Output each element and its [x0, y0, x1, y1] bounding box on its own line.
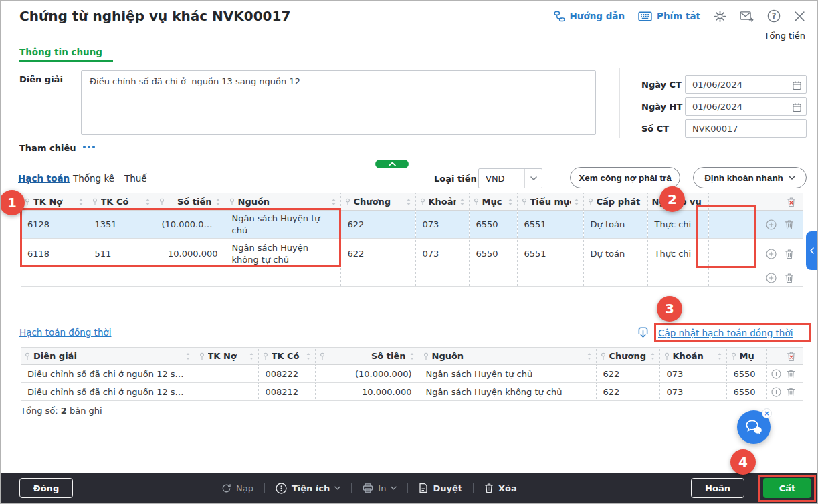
cell-muc[interactable]: 6550 [469, 211, 517, 239]
cell-nguon[interactable]: Ngân sách Huyện tự chủ [419, 365, 596, 383]
tab-accounting[interactable]: Hạch toán [18, 173, 70, 184]
pin-icon[interactable] [229, 198, 235, 206]
close-button[interactable] [794, 11, 805, 22]
sort-icon[interactable] [459, 198, 465, 206]
cell-nguon[interactable]: Ngân sách Huyện không tự chủ [225, 239, 340, 269]
col-header-cap-phat[interactable]: Cấp phát [583, 193, 647, 211]
col-header-khoan[interactable]: Khoản [659, 348, 726, 365]
sort-icon[interactable] [409, 352, 415, 360]
tab-general-info[interactable]: Thông tin chung [19, 47, 102, 57]
cell-nguon[interactable]: Ngân sách Huyện tự chủ [225, 211, 340, 239]
tab-statistics[interactable]: Thống kê [73, 173, 114, 184]
cell-tk-co[interactable]: 008212 [258, 383, 315, 401]
cell-khoan[interactable]: 073 [415, 239, 469, 269]
cell-chuong[interactable]: 622 [596, 383, 659, 401]
cell-khoan[interactable]: 073 [659, 383, 726, 401]
cell-cap-phat[interactable]: Dự toán [583, 239, 647, 269]
sort-icon[interactable] [249, 352, 254, 360]
shortcuts-link[interactable]: Phím tắt [638, 11, 700, 21]
pin-icon[interactable] [474, 198, 479, 206]
col-header-nguon[interactable]: Nguồn [225, 193, 340, 211]
chat-close-button[interactable]: × [762, 408, 772, 418]
cell-tk-no[interactable] [195, 383, 258, 401]
update-download-icon[interactable] [637, 326, 649, 338]
delete-row-icon[interactable] [787, 387, 795, 397]
pin-icon[interactable] [522, 198, 527, 206]
delete-row-icon[interactable] [785, 273, 794, 283]
pin-icon[interactable] [345, 198, 350, 206]
update-simultaneous-link[interactable]: Cập nhật hạch toán đồng thời [658, 328, 793, 338]
sort-icon[interactable] [185, 352, 191, 360]
pin-icon[interactable] [420, 198, 425, 206]
col-header-tk-co[interactable]: TK Có [88, 193, 155, 211]
delete-all-icon[interactable] [786, 197, 797, 207]
cell-tieu-muc[interactable]: 6551 [517, 239, 583, 269]
pin-icon[interactable] [92, 198, 98, 206]
cell-nguon[interactable]: Ngân sách Huyện không tự chủ [419, 383, 596, 401]
delete-all-icon[interactable] [786, 351, 797, 362]
help-guide-link[interactable]: Hướng dẫn [554, 11, 625, 22]
delete-row-icon[interactable] [785, 249, 794, 259]
cell-chuong[interactable]: 622 [596, 365, 659, 383]
send-feedback-button[interactable] [740, 11, 754, 22]
pin-icon[interactable] [159, 198, 165, 206]
add-row-icon[interactable] [771, 387, 781, 397]
close-dialog-button[interactable]: Đóng [19, 478, 73, 498]
print-button[interactable]: In [363, 483, 397, 493]
delete-button[interactable]: Xóa [484, 483, 517, 493]
col-header-dien-giai[interactable]: Diễn giải [21, 348, 195, 365]
add-row-icon[interactable] [771, 369, 781, 379]
cell-so-tien[interactable]: 10.000.000 [155, 239, 225, 269]
col-header-khoan[interactable]: Khoản [415, 193, 469, 211]
pin-icon[interactable] [320, 352, 325, 360]
quick-posting-button[interactable]: Định khoản nhanh [693, 167, 807, 188]
date-ct-input[interactable] [685, 75, 807, 94]
currency-select[interactable]: VND [478, 168, 542, 188]
tab-tax[interactable]: Thuế [124, 173, 147, 184]
reference-more-icon[interactable] [83, 146, 95, 148]
pin-icon[interactable] [263, 352, 268, 360]
sort-icon[interactable] [587, 352, 592, 360]
add-row-icon[interactable] [766, 219, 777, 230]
cell-khoan[interactable]: 073 [659, 365, 726, 383]
add-row-icon[interactable] [766, 273, 777, 283]
cell-nghiep-vu[interactable]: Thực chi [647, 211, 708, 239]
col-header-tk-no[interactable]: TK Nợ [195, 348, 258, 365]
sort-icon[interactable] [215, 198, 221, 206]
description-input[interactable]: Điều chỉnh số đã chi ở nguồn 13 sang ngu… [81, 70, 596, 135]
calendar-icon[interactable] [792, 102, 802, 112]
sort-icon[interactable] [78, 198, 84, 206]
approve-button[interactable]: Duyệt [419, 483, 462, 493]
calendar-icon[interactable] [792, 80, 802, 90]
pin-icon[interactable] [601, 352, 606, 360]
cell-nghiep-vu[interactable]: Thực chi [647, 239, 708, 269]
settings-button[interactable] [714, 10, 726, 23]
cell-tieu-muc[interactable]: 6551 [517, 211, 583, 239]
view-payables-button[interactable]: Xem công nợ phải trả [570, 167, 680, 188]
add-row-icon[interactable] [766, 249, 777, 259]
cell-cap-phat[interactable]: Dự toán [583, 211, 647, 239]
postpone-button[interactable]: Hoãn [691, 478, 744, 498]
col-header-chuong[interactable]: Chương [340, 193, 415, 211]
pin-icon[interactable] [664, 352, 670, 360]
sort-icon[interactable] [306, 352, 311, 360]
col-header-nguon[interactable]: Nguồn [419, 348, 596, 365]
sort-icon[interactable] [574, 198, 579, 206]
cell-tk-no[interactable]: 6128 [21, 211, 88, 239]
save-button[interactable]: Cất [763, 478, 811, 498]
reload-button[interactable]: Nạp [221, 483, 253, 493]
cell-muc[interactable]: 6550 [726, 383, 766, 401]
cell-khoan[interactable]: 073 [415, 211, 469, 239]
sort-icon[interactable] [717, 352, 722, 360]
col-header-tk-no[interactable]: TK Nợ [21, 193, 88, 211]
col-header-muc[interactable]: Mục [469, 193, 517, 211]
cell-chuong[interactable]: 622 [340, 211, 415, 239]
col-header-muc[interactable]: Mụ [726, 348, 766, 365]
col-header-actions[interactable] [708, 193, 803, 211]
cell-chuong[interactable]: 622 [340, 239, 415, 269]
pin-icon[interactable] [199, 352, 205, 360]
sort-icon[interactable] [145, 198, 150, 206]
cell-so-tien[interactable]: (10.000.000) [155, 211, 225, 239]
pin-icon[interactable] [25, 352, 30, 360]
col-header-tk-co[interactable]: TK Có [258, 348, 315, 365]
